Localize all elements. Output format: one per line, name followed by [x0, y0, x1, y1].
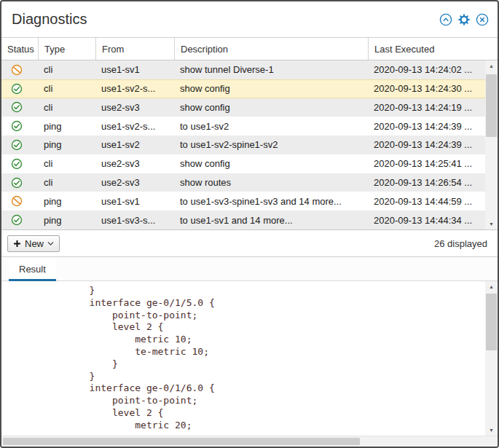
type-cell: ping [38, 135, 95, 154]
status-cell [1, 60, 38, 79]
type-cell: cli [38, 98, 95, 117]
type-cell: ping [38, 211, 95, 229]
horizontal-scrollbar[interactable] [1, 436, 498, 447]
table-row[interactable]: cliuse2-sv3show routes2020-09-13 14:26:5… [1, 173, 485, 192]
last-executed-cell: 2020-09-13 14:24:30 ... [368, 79, 485, 98]
scroll-track[interactable] [485, 292, 498, 425]
description-cell: show routes [174, 173, 368, 192]
status-cell [1, 135, 38, 154]
table-body: cliuse1-sv1show tunnel Diverse-12020-09-… [1, 60, 498, 230]
column-header-from[interactable]: From [95, 38, 174, 60]
status-cell [1, 154, 38, 173]
type-cell: cli [38, 154, 95, 173]
from-cell: use2-sv3 [95, 154, 174, 173]
chevron-down-icon [47, 241, 54, 246]
diagnostics-panel: Diagnostics Status Type From Description… [0, 0, 499, 448]
table-row[interactable]: pinguse1-sv3-s...to use1-sv1 and 14 more… [1, 211, 485, 229]
result-scrollbar[interactable]: ▲ ▼ [485, 281, 498, 436]
last-executed-cell: 2020-09-13 14:24:02 ... [368, 60, 485, 79]
displayed-count: 26 displayed [434, 238, 487, 249]
status-cell [1, 173, 38, 192]
description-cell: to use1-sv3-spine1-sv3 and 14 more... [174, 192, 368, 211]
table-rows: cliuse1-sv1show tunnel Diverse-12020-09-… [1, 60, 485, 229]
tab-bar: Result [1, 257, 498, 281]
last-executed-cell: 2020-09-13 14:25:41 ... [368, 154, 485, 173]
from-cell: use1-sv1 [95, 192, 174, 211]
scroll-thumb[interactable] [486, 294, 497, 350]
last-executed-cell: 2020-09-13 14:24:19 ... [368, 98, 485, 117]
status-success-icon [11, 120, 23, 132]
table-scrollbar[interactable]: ▲ ▼ [485, 60, 498, 229]
status-cell [1, 98, 38, 117]
type-cell: cli [38, 173, 95, 192]
status-cell [1, 192, 38, 211]
type-cell: cli [38, 79, 95, 98]
scroll-up-arrow[interactable]: ▲ [485, 281, 498, 292]
from-cell: use1-sv2-s... [95, 79, 174, 98]
scroll-thumb[interactable] [486, 74, 497, 137]
column-header-description[interactable]: Description [174, 38, 368, 60]
column-header-type[interactable]: Type [38, 38, 95, 60]
gear-icon[interactable] [457, 13, 471, 26]
status-success-icon [11, 177, 23, 189]
table-row[interactable]: cliuse2-sv3show config2020-09-13 14:24:1… [1, 98, 485, 117]
type-cell: cli [38, 60, 95, 79]
new-button[interactable]: New [7, 235, 60, 252]
table-row[interactable]: pinguse1-sv1to use1-sv3-spine1-sv3 and 1… [1, 192, 485, 211]
status-blocked-icon [11, 195, 23, 207]
result-pane: } interface ge-0/1/5.0 { point-to-point;… [1, 281, 498, 436]
description-cell: to use1-sv2 [174, 117, 368, 135]
from-cell: use1-sv2-s... [95, 117, 174, 135]
status-success-icon [11, 214, 23, 226]
column-header-last-executed[interactable]: Last Executed [368, 38, 498, 60]
table-row[interactable]: pinguse1-sv2-s...to use1-sv22020-09-13 1… [1, 117, 485, 135]
table-header: Status Type From Description Last Execut… [1, 38, 498, 60]
from-cell: use1-sv1 [95, 60, 174, 79]
status-success-icon [11, 158, 23, 170]
toolbar: New 26 displayed [1, 230, 498, 257]
last-executed-cell: 2020-09-13 14:26:54 ... [368, 173, 485, 192]
last-executed-cell: 2020-09-13 14:24:39 ... [368, 117, 485, 135]
table-row[interactable]: cliuse2-sv3show config2020-09-13 14:25:4… [1, 154, 485, 173]
type-cell: ping [38, 192, 95, 211]
collapse-icon[interactable] [439, 13, 452, 26]
description-cell: show config [174, 79, 368, 98]
close-icon[interactable] [476, 13, 489, 26]
last-executed-cell: 2020-09-13 14:44:34 ... [368, 211, 485, 229]
table-row[interactable]: pinguse1-sv2to use1-sv2-spine1-sv22020-0… [1, 135, 485, 154]
from-cell: use1-sv3-s... [95, 211, 174, 229]
new-button-label: New [25, 238, 44, 249]
titlebar: Diagnostics [1, 1, 498, 38]
status-blocked-icon [11, 64, 23, 76]
status-cell [1, 117, 38, 135]
description-cell: to use1-sv2-spine1-sv2 [174, 135, 368, 154]
status-success-icon [11, 139, 23, 151]
description-cell: show config [174, 98, 368, 117]
type-cell: ping [38, 117, 95, 135]
table-row[interactable]: cliuse1-sv2-s...show config2020-09-13 14… [1, 79, 485, 98]
titlebar-actions [439, 13, 489, 26]
result-code[interactable]: } interface ge-0/1/5.0 { point-to-point;… [1, 281, 485, 436]
description-cell: show config [174, 154, 368, 173]
scroll-down-arrow[interactable]: ▼ [485, 219, 498, 229]
table-row[interactable]: cliuse1-sv1show tunnel Diverse-12020-09-… [1, 60, 485, 79]
plus-icon [13, 240, 21, 248]
scroll-up-arrow[interactable]: ▲ [485, 60, 498, 71]
tab-result[interactable]: Result [9, 259, 56, 281]
column-header-status[interactable]: Status [1, 38, 38, 60]
from-cell: use2-sv3 [95, 173, 174, 192]
status-cell [1, 211, 38, 229]
scroll-thumb[interactable] [3, 438, 360, 445]
status-success-icon [11, 83, 23, 95]
description-cell: to use1-sv1 and 14 more... [174, 211, 368, 229]
from-cell: use1-sv2 [95, 135, 174, 154]
scroll-down-arrow[interactable]: ▼ [485, 425, 498, 436]
scroll-track[interactable] [485, 71, 498, 219]
status-cell [1, 79, 38, 98]
last-executed-cell: 2020-09-13 14:24:39 ... [368, 135, 485, 154]
last-executed-cell: 2020-09-13 14:44:59 ... [368, 192, 485, 211]
from-cell: use2-sv3 [95, 98, 174, 117]
description-cell: show tunnel Diverse-1 [174, 60, 368, 79]
panel-title: Diagnostics [12, 11, 87, 28]
status-success-icon [11, 101, 23, 113]
